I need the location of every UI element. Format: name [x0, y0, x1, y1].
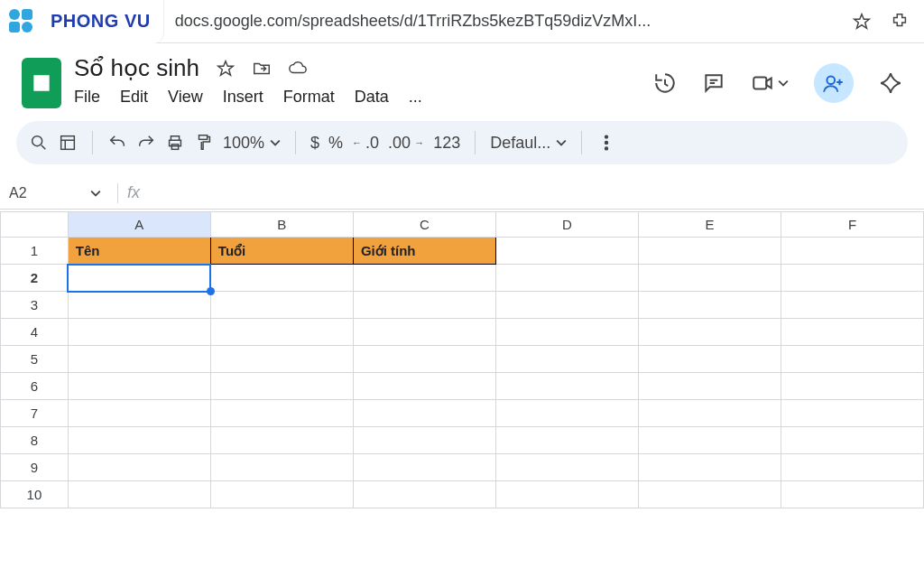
- decrease-decimal-button[interactable]: ←.0: [352, 134, 379, 153]
- format-percent-button[interactable]: %: [328, 134, 343, 153]
- svg-point-9: [605, 147, 608, 150]
- svg-rect-4: [170, 140, 181, 145]
- cloud-status-icon[interactable]: [288, 59, 308, 79]
- cell-D2[interactable]: [495, 265, 638, 292]
- col-header-E[interactable]: E: [638, 212, 781, 238]
- name-box-value: A2: [9, 185, 27, 201]
- col-header-B[interactable]: B: [210, 212, 353, 238]
- cell-A2[interactable]: [68, 265, 210, 292]
- redo-icon[interactable]: [136, 133, 156, 153]
- chevron-down-icon: [778, 78, 789, 89]
- chevron-down-icon: [556, 137, 567, 148]
- undo-icon[interactable]: [107, 133, 127, 153]
- menu-edit[interactable]: Edit: [120, 88, 148, 107]
- menu-format[interactable]: Format: [283, 88, 335, 107]
- search-icon[interactable]: [29, 133, 49, 153]
- row-header-7[interactable]: 7: [1, 400, 69, 427]
- fx-label: fx: [127, 183, 140, 202]
- menu-view[interactable]: View: [168, 88, 203, 107]
- cell-B1[interactable]: Tuổi: [210, 238, 353, 265]
- cell-F1[interactable]: [781, 238, 923, 265]
- svg-rect-6: [199, 135, 208, 140]
- cell-C1[interactable]: Giới tính: [353, 238, 495, 265]
- meet-button[interactable]: [751, 71, 789, 95]
- doc-header: Sổ học sinh File Edit View Insert Format…: [0, 43, 924, 112]
- brand-name: PHONG VU: [51, 11, 151, 32]
- more-tools-icon[interactable]: [596, 133, 616, 153]
- gemini-star-icon[interactable]: [879, 71, 902, 95]
- format-currency-button[interactable]: $: [310, 134, 319, 153]
- brand-logo: [9, 9, 43, 34]
- sheets-logo-icon[interactable]: [22, 58, 61, 108]
- header-actions: [653, 54, 902, 103]
- address-bar[interactable]: docs.google.com/spreadsheets/d/1TrriRZbs…: [164, 12, 837, 31]
- move-folder-icon[interactable]: [252, 59, 272, 79]
- svg-point-7: [605, 135, 608, 138]
- spreadsheet-grid[interactable]: A B C D E F 1 Tên Tuổi Giới tính 2: [0, 211, 924, 508]
- cell-E1[interactable]: [638, 238, 781, 265]
- svg-point-2: [32, 136, 42, 146]
- row-header-5[interactable]: 5: [1, 346, 69, 373]
- share-button[interactable]: [814, 63, 854, 103]
- comments-icon[interactable]: [702, 71, 725, 95]
- cell-B2[interactable]: [210, 265, 353, 292]
- chevron-down-icon: [270, 137, 281, 148]
- row-header-2[interactable]: 2: [1, 265, 69, 292]
- row-header-4[interactable]: 4: [1, 319, 69, 346]
- font-selector[interactable]: Defaul...: [490, 134, 567, 153]
- row-header-9[interactable]: 9: [1, 454, 69, 481]
- more-formats-button[interactable]: 123: [433, 134, 460, 153]
- extensions-icon[interactable]: [890, 12, 910, 32]
- row-header-1[interactable]: 1: [1, 238, 69, 265]
- menu-insert[interactable]: Insert: [223, 88, 263, 107]
- paint-format-icon[interactable]: [194, 133, 214, 153]
- col-header-D[interactable]: D: [495, 212, 638, 238]
- increase-decimal-button[interactable]: .00→: [388, 134, 424, 153]
- col-header-A[interactable]: A: [68, 212, 210, 238]
- chevron-down-icon: [90, 188, 101, 199]
- menu-data[interactable]: Data: [355, 88, 389, 107]
- zoom-value: 100%: [223, 134, 264, 153]
- cell-C2[interactable]: [353, 265, 495, 292]
- svg-point-8: [605, 142, 608, 144]
- history-icon[interactable]: [653, 71, 677, 95]
- row-header-6[interactable]: 6: [1, 373, 69, 400]
- print-icon[interactable]: [165, 133, 185, 153]
- toolbar: 100% $ % ←.0 .00→ 123 Defaul...: [16, 121, 908, 164]
- row-header-3[interactable]: 3: [1, 292, 69, 319]
- menu-bar: File Edit View Insert Format Data ...: [74, 82, 641, 107]
- brand: PHONG VU: [0, 0, 164, 43]
- cell-F2[interactable]: [781, 265, 923, 292]
- show-tabs-icon[interactable]: [58, 133, 78, 153]
- font-value: Defaul...: [490, 134, 550, 153]
- svg-rect-5: [171, 144, 178, 150]
- svg-point-1: [827, 76, 835, 84]
- bookmark-star-icon[interactable]: [852, 12, 872, 32]
- menu-file[interactable]: File: [74, 88, 100, 107]
- cell-E2[interactable]: [638, 265, 781, 292]
- row-header-10[interactable]: 10: [1, 481, 69, 508]
- svg-rect-3: [61, 136, 75, 150]
- selection-handle[interactable]: [207, 287, 215, 295]
- cell-D1[interactable]: [495, 238, 638, 265]
- col-header-F[interactable]: F: [781, 212, 923, 238]
- col-header-C[interactable]: C: [353, 212, 495, 238]
- zoom-selector[interactable]: 100%: [223, 134, 281, 153]
- svg-rect-0: [753, 78, 766, 89]
- name-box[interactable]: A2: [9, 185, 108, 201]
- row-header-8[interactable]: 8: [1, 427, 69, 454]
- star-icon[interactable]: [216, 59, 236, 79]
- menu-more[interactable]: ...: [409, 88, 422, 107]
- cell-A1[interactable]: Tên: [68, 238, 210, 265]
- doc-title[interactable]: Sổ học sinh: [74, 54, 199, 82]
- browser-bar: PHONG VU docs.google.com/spreadsheets/d/…: [0, 0, 924, 43]
- select-all-corner[interactable]: [1, 212, 69, 238]
- formula-bar: A2 fx: [0, 177, 924, 210]
